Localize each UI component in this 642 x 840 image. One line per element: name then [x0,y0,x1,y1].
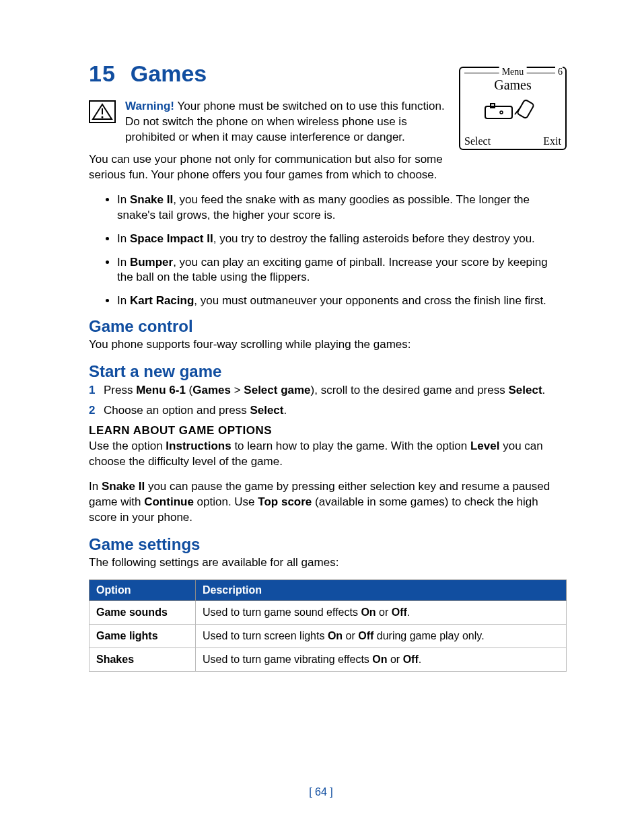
warning-label: Warning! [125,100,174,112]
table-cell-option: Game sounds [90,601,196,625]
section-heading-game-control: Game control [89,317,567,336]
warning-text: Warning! Your phone must be switched on … [125,99,450,145]
phone-game-icon [460,97,565,127]
phone-screen-title: Games [460,77,565,93]
table-cell-description: Used to turn game sound effects On or Of… [196,601,567,625]
svg-point-3 [102,116,104,118]
svg-point-6 [500,111,503,114]
step-item: 1 Press Menu 6-1 (Games > Select game), … [89,382,567,398]
page-number: [ 64 ] [0,786,642,798]
step-item: 2 Choose an option and press Select. [89,403,567,419]
game-control-text: You phone supports four-way scrolling wh… [89,337,567,353]
phone-menu-number: 6 [555,67,563,77]
section-heading-game-settings: Game settings [89,535,567,554]
table-header-description: Description [196,580,567,601]
list-item: In Space Impact II, you try to destroy t… [117,232,567,247]
warning-icon [89,99,116,126]
table-header-option: Option [90,580,196,601]
section-heading-start-game: Start a new game [89,362,567,381]
game-settings-intro: The following settings are available for… [89,555,567,571]
table-cell-option: Shakes [90,648,196,672]
table-row: Shakes Used to turn game vibrating effec… [90,648,567,672]
list-item: In Snake II, you feed the snake with as … [117,193,567,223]
learn-options-p1: Use the option Instructions to learn how… [89,439,567,470]
table-row: Game sounds Used to turn game sound effe… [90,601,567,625]
chapter-name: Games [131,61,207,86]
list-item: In Kart Racing, you must outmaneuver you… [117,293,567,309]
intro-paragraph: You can use your phone not only for comm… [89,152,450,183]
phone-screen-illustration: Menu 6 Games Select Exit [459,67,567,150]
warning-block: Warning! Your phone must be switched on … [89,99,450,145]
table-cell-option: Game lights [90,625,196,648]
start-game-steps: 1 Press Menu 6-1 (Games > Select game), … [89,382,567,419]
svg-rect-4 [485,106,512,118]
phone-left-softkey: Select [464,135,491,147]
game-settings-table: Option Description Game sounds Used to t… [89,580,567,672]
table-cell-description: Used to turn screen lights On or Off dur… [196,625,567,648]
phone-menu-label: Menu [499,67,527,77]
table-cell-description: Used to turn game vibrating effects On o… [196,648,567,672]
list-item: In Bumper, you can play an exciting game… [117,255,567,286]
chapter-number: 15 [89,61,116,87]
subsection-heading-learn-options: LEARN ABOUT GAME OPTIONS [89,424,567,438]
table-row: Game lights Used to turn screen lights O… [90,625,567,648]
games-list: In Snake II, you feed the snake with as … [89,193,567,310]
phone-right-softkey: Exit [543,135,561,147]
learn-options-p2: In Snake II you can pause the game by pr… [89,479,567,526]
